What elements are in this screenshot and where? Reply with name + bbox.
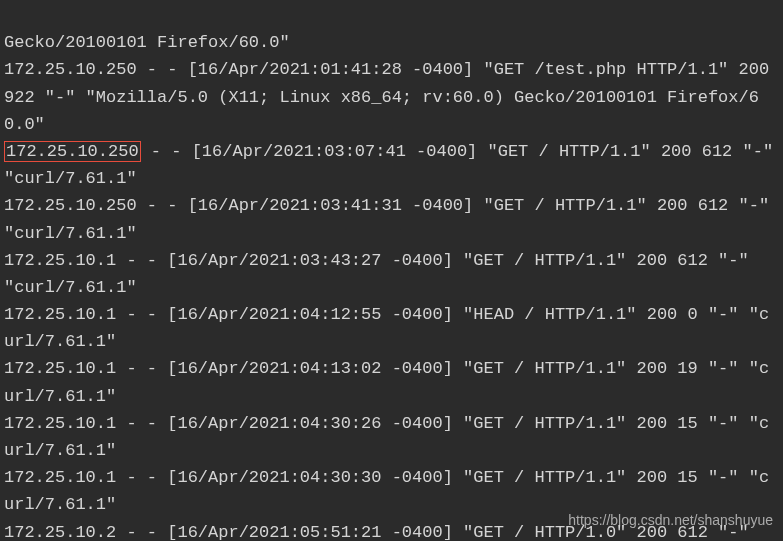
log-line: 172.25.10.1 - - [16/Apr/2021:03:43:27 -0… [4, 251, 759, 297]
log-line: 172.25.10.250 - - [16/Apr/2021:01:41:28 … [4, 60, 779, 133]
log-line: 172.25.10.250 - - [16/Apr/2021:03:41:31 … [4, 196, 779, 242]
highlighted-ip: 172.25.10.250 [4, 141, 141, 162]
watermark-text: https://blog.csdn.net/shanshuyue [568, 509, 773, 531]
log-line: 172.25.10.1 - - [16/Apr/2021:04:30:26 -0… [4, 414, 769, 460]
log-line: Gecko/20100101 Firefox/60.0" [4, 33, 290, 52]
log-line: 172.25.10.1 - - [16/Apr/2021:04:13:02 -0… [4, 359, 769, 405]
log-line: 172.25.10.1 - - [16/Apr/2021:04:12:55 -0… [4, 305, 769, 351]
terminal-output[interactable]: Gecko/20100101 Firefox/60.0" 172.25.10.2… [0, 0, 783, 541]
log-line: 172.25.10.1 - - [16/Apr/2021:04:30:30 -0… [4, 468, 769, 514]
